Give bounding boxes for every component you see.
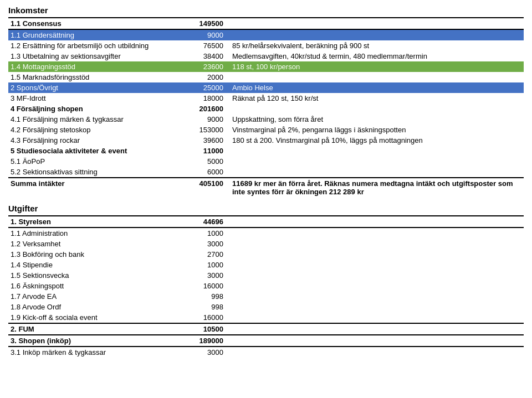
table-row-mottagningsstod: 1.4 Mottagningsstöd23600118 st, 100 kr/p… [8, 61, 524, 72]
row-label-mottagningsstod: 1.4 Mottagningsstöd [8, 61, 186, 72]
row-amount-utbetalning-sektionsavgifter: 38400 [186, 51, 230, 61]
row-label-arvode-ordf: 1.8 Arvode Ordf [8, 302, 186, 312]
row-amount-bokforing-bank: 2700 [186, 249, 230, 260]
row-label-shopen-inkop: 3. Shopen (inköp) [8, 335, 186, 347]
inkomster-section: Inkomster 1.1 Consensus1495001.1 Grunder… [8, 6, 524, 197]
row-amount-styrelsen: 44696 [186, 216, 230, 228]
row-note-bokforing-bank [230, 249, 524, 260]
row-amount-forsaljning-marken: 9000 [186, 114, 230, 125]
table-row-fum: 2. FUM10500 [8, 323, 524, 335]
row-label-ersattning-arbetsmiljo: 1.2 Ersättning för arbetsmiljö och utbil… [8, 40, 186, 51]
table-row-inkop-marken: 3.1 Inköp märken & tygkassar3000 [8, 347, 524, 358]
row-label-fum: 2. FUM [8, 323, 186, 335]
table-row-ersattning-arbetsmiljo: 1.2 Ersättning för arbetsmiljö och utbil… [8, 40, 524, 51]
row-note-forsaljning-rockar: 180 st á 200. Vinstmarginal på 10%, lägg… [230, 135, 524, 146]
row-amount-arvode-ordf: 998 [186, 302, 230, 312]
row-note-utbetalning-sektionsavgifter: Medlemsavgiften, 40kr/stud & termin, 480… [230, 51, 524, 61]
utgifter-section: Utgifter 1. Styrelsen446961.1 Administra… [8, 204, 524, 358]
table-row-arvode-ea: 1.7 Arvode EA998 [8, 291, 524, 302]
row-note-fum [230, 323, 524, 335]
row-note-summa-intakter: 11689 kr mer än förra året. Räknas numer… [230, 178, 524, 197]
table-row-askningspott: 1.6 Äskningspott16000 [8, 281, 524, 291]
row-amount-arvode-ea: 998 [186, 291, 230, 302]
row-amount-administration: 1000 [186, 228, 230, 239]
table-row-grundersattning: 1.1 Grundersättning9000 [8, 29, 524, 40]
row-note-forsaljning-stetoskop: Vinstmarginal på 2%, pengarna läggs i äs… [230, 125, 524, 135]
row-amount-fum: 10500 [186, 323, 230, 335]
row-label-utbetalning-sektionsavgifter: 1.3 Utbetalning av sektionsavgifter [8, 51, 186, 61]
row-note-consensus [230, 18, 524, 29]
row-amount-aopop: 5000 [186, 156, 230, 167]
row-note-stipendie [230, 260, 524, 270]
row-label-forsaljning-rockar: 4.3 Försäljning rockar [8, 135, 186, 146]
row-amount-consensus: 149500 [186, 18, 230, 29]
row-note-marknadsforingsstod [230, 72, 524, 82]
row-note-shopen-inkop [230, 335, 524, 347]
row-note-askningspott [230, 281, 524, 291]
row-amount-askningspott: 16000 [186, 281, 230, 291]
row-amount-sektionsvecka: 3000 [186, 270, 230, 281]
row-label-styrelsen: 1. Styrelsen [8, 216, 186, 228]
table-row-spons-ovrigt: 2 Spons/Övrigt25000Ambio Helse [8, 82, 524, 93]
row-note-arvode-ea [230, 291, 524, 302]
row-label-arvode-ea: 1.7 Arvode EA [8, 291, 186, 302]
row-note-verksamhet [230, 239, 524, 249]
row-note-kickoff-sociala [230, 312, 524, 323]
row-label-marknadsforingsstod: 1.5 Marknadsföringsstöd [8, 72, 186, 82]
table-row-marknadsforingsstod: 1.5 Marknadsföringsstöd2000 [8, 72, 524, 82]
row-note-mottagningsstod: 118 st, 100 kr/person [230, 61, 524, 72]
table-row-utbetalning-sektionsavgifter: 1.3 Utbetalning av sektionsavgifter38400… [8, 51, 524, 61]
row-amount-inkop-marken: 3000 [186, 347, 230, 358]
row-amount-mf-idrott: 18000 [186, 93, 230, 104]
table-row-forsaljning-rockar: 4.3 Försäljning rockar39600180 st á 200.… [8, 135, 524, 146]
table-row-styrelsen: 1. Styrelsen44696 [8, 216, 524, 228]
row-amount-spons-ovrigt: 25000 [186, 82, 230, 93]
table-row-consensus: 1.1 Consensus149500 [8, 18, 524, 29]
table-row-stipendie: 1.4 Stipendie1000 [8, 260, 524, 270]
row-label-summa-intakter: Summa intäkter [8, 178, 186, 197]
row-amount-forsaljning-rockar: 39600 [186, 135, 230, 146]
row-label-sektionsvecka: 1.5 Sektionsvecka [8, 270, 186, 281]
row-label-spons-ovrigt: 2 Spons/Övrigt [8, 82, 186, 93]
table-row-forsaljning-shopen: 4 Försäljning shopen201600 [8, 104, 524, 114]
table-row-aopop: 5.1 ÄoPoP5000 [8, 156, 524, 167]
table-row-administration: 1.1 Administration1000 [8, 228, 524, 239]
row-label-aopop: 5.1 ÄoPoP [8, 156, 186, 167]
row-label-administration: 1.1 Administration [8, 228, 186, 239]
row-amount-shopen-inkop: 189000 [186, 335, 230, 347]
utgifter-table: 1. Styrelsen446961.1 Administration10001… [8, 215, 524, 358]
row-label-forsaljning-marken: 4.1 Försäljning märken & tygkassar [8, 114, 186, 125]
row-amount-grundersattning: 9000 [186, 29, 230, 40]
row-note-inkop-marken [230, 347, 524, 358]
row-amount-marknadsforingsstod: 2000 [186, 72, 230, 82]
row-note-sektionsaktivas-sittning [230, 167, 524, 178]
row-amount-ersattning-arbetsmiljo: 76500 [186, 40, 230, 51]
row-label-consensus: 1.1 Consensus [8, 18, 186, 29]
row-label-askningspott: 1.6 Äskningspott [8, 281, 186, 291]
row-note-studiesociala [230, 146, 524, 156]
row-note-aopop [230, 156, 524, 167]
row-label-inkop-marken: 3.1 Inköp märken & tygkassar [8, 347, 186, 358]
row-label-sektionsaktivas-sittning: 5.2 Sektionsaktivas sittning [8, 167, 186, 178]
row-amount-kickoff-sociala: 16000 [186, 312, 230, 323]
row-label-stipendie: 1.4 Stipendie [8, 260, 186, 270]
row-amount-sektionsaktivas-sittning: 6000 [186, 167, 230, 178]
row-label-bokforing-bank: 1.3 Bokföring och bank [8, 249, 186, 260]
inkomster-title: Inkomster [8, 6, 524, 15]
table-row-bokforing-bank: 1.3 Bokföring och bank2700 [8, 249, 524, 260]
row-amount-verksamhet: 3000 [186, 239, 230, 249]
row-label-mf-idrott: 3 MF-Idrott [8, 93, 186, 104]
table-row-arvode-ordf: 1.8 Arvode Ordf998 [8, 302, 524, 312]
row-amount-forsaljning-shopen: 201600 [186, 104, 230, 114]
table-row-sektionsvecka: 1.5 Sektionsvecka3000 [8, 270, 524, 281]
row-label-forsaljning-shopen: 4 Försäljning shopen [8, 104, 186, 114]
table-row-forsaljning-stetoskop: 4.2 Försäljning stetoskop153000Vinstmarg… [8, 125, 524, 135]
row-note-administration [230, 228, 524, 239]
table-row-sektionsaktivas-sittning: 5.2 Sektionsaktivas sittning6000 [8, 167, 524, 178]
table-row-studiesociala: 5 Studiesociala aktiviteter & event11000 [8, 146, 524, 156]
row-note-arvode-ordf [230, 302, 524, 312]
row-label-forsaljning-stetoskop: 4.2 Försäljning stetoskop [8, 125, 186, 135]
row-note-mf-idrott: Räknat på 120 st, 150 kr/st [230, 93, 524, 104]
row-note-ersattning-arbetsmiljo: 85 kr/helårsekvivalent, beräkning på 900… [230, 40, 524, 51]
row-amount-forsaljning-stetoskop: 153000 [186, 125, 230, 135]
